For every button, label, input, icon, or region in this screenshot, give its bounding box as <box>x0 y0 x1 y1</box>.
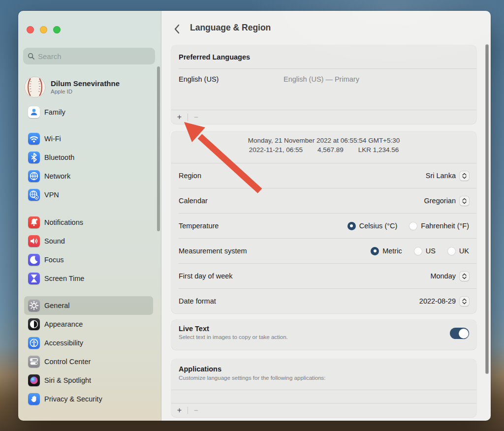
sidebar-item-appearance[interactable]: Appearance <box>24 315 153 334</box>
content-scrollbar[interactable] <box>485 44 489 374</box>
radio-us[interactable] <box>414 247 422 255</box>
appearance-contrast-icon <box>28 318 40 330</box>
measurement-label: Measurement system <box>179 247 247 255</box>
siri-icon <box>28 374 40 386</box>
network-globe-icon <box>28 170 40 182</box>
calendar-row: Calendar Gregorian <box>171 188 476 213</box>
preferred-languages-title: Preferred Languages <box>179 53 250 61</box>
sidebar-item-siri-spotlight[interactable]: Siri & Spotlight <box>24 371 153 390</box>
remove-application-button[interactable]: − <box>188 403 204 417</box>
radio-celsius[interactable] <box>347 222 356 230</box>
temperature-option-celsius[interactable]: Celsius (°C) <box>347 222 398 230</box>
sidebar-item-label: Notifications <box>44 218 83 226</box>
date-format-value: 2022-08-29 <box>419 297 456 305</box>
sidebar-item-family[interactable]: Family <box>24 103 153 122</box>
sidebar-item-apple-id[interactable]: Dilum Senevirathne Apple ID <box>24 75 155 99</box>
sidebar-item-privacy-security[interactable]: Privacy & Security <box>24 390 153 408</box>
add-language-button[interactable]: + <box>171 110 188 124</box>
sidebar-item-label: Wi-Fi <box>44 135 61 143</box>
sidebar-item-label: Control Center <box>44 358 91 366</box>
search-input[interactable]: Search <box>23 48 155 64</box>
sound-speaker-icon <box>28 235 40 247</box>
add-application-button[interactable]: + <box>171 403 188 417</box>
preferred-languages-toolbar: + − <box>171 110 476 124</box>
sidebar-item-label: Screen Time <box>44 275 84 282</box>
avatar <box>24 76 46 98</box>
close-window-button[interactable] <box>27 26 34 33</box>
sidebar-item-label: Sound <box>44 237 65 245</box>
family-icon <box>28 106 40 118</box>
format-preview: Monday, 21 November 2022 at 06:55:54 GMT… <box>171 131 476 163</box>
format-preview-short-date: 2022-11-21, 06:55 <box>249 146 303 154</box>
sidebar-item-vpn[interactable]: VPN <box>24 185 153 204</box>
region-row: Region Sri Lanka <box>171 163 476 188</box>
measurement-option-metric[interactable]: Metric <box>371 247 402 255</box>
sidebar-item-control-center[interactable]: Control Center <box>24 352 153 371</box>
first-day-label: First day of week <box>179 272 233 280</box>
temperature-label: Temperature <box>179 222 219 230</box>
measurement-option-us[interactable]: US <box>414 247 436 255</box>
sidebar-item-label: Bluetooth <box>44 154 74 161</box>
sidebar-item-label: Focus <box>44 256 64 264</box>
sidebar: Search Dilum Senevirathne Apple ID <box>18 11 161 421</box>
radio-fahrenheit[interactable] <box>409 222 417 230</box>
apple-id-name: Dilum Senevirathne <box>51 79 120 88</box>
live-text-title: Live Text <box>179 325 476 333</box>
sidebar-item-label: General <box>44 302 70 309</box>
sidebar-item-label: Accessibility <box>44 339 83 347</box>
sidebar-item-network[interactable]: Network <box>24 167 153 185</box>
chevron-left-icon <box>174 24 180 34</box>
sidebar-item-wifi[interactable]: Wi-Fi <box>24 129 153 148</box>
sidebar-item-accessibility[interactable]: Accessibility <box>24 334 153 352</box>
applications-description: Customize language settings for the foll… <box>179 375 469 381</box>
region-stepper[interactable] <box>460 171 469 181</box>
general-gear-icon <box>28 300 40 311</box>
language-name: English (US) <box>179 75 284 83</box>
radio-metric[interactable] <box>371 247 379 255</box>
temperature-option-fahrenheit[interactable]: Fahrenheit (°F) <box>409 222 469 230</box>
back-button[interactable] <box>171 23 182 35</box>
live-text-toggle[interactable] <box>450 328 469 339</box>
system-settings-window: Search Dilum Senevirathne Apple ID <box>18 11 491 421</box>
applications-title: Applications <box>179 365 469 373</box>
sidebar-item-bluetooth[interactable]: Bluetooth <box>24 148 153 167</box>
first-day-stepper[interactable] <box>460 272 469 281</box>
measurement-option-uk[interactable]: UK <box>447 247 469 255</box>
sidebar-item-sound[interactable]: Sound <box>24 232 153 250</box>
date-format-stepper[interactable] <box>460 297 469 306</box>
content-pane: Language & Region Preferred Languages En… <box>161 11 491 421</box>
page-title: Language & Region <box>190 23 271 33</box>
zoom-window-button[interactable] <box>53 26 61 33</box>
first-day-value: Monday <box>430 272 456 280</box>
live-text-card: Live Text Select text in images to copy … <box>171 320 476 350</box>
live-text-description: Select text in images to copy or take ac… <box>179 334 476 340</box>
remove-language-button[interactable]: − <box>188 110 204 124</box>
language-detail: English (US) — Primary <box>284 75 359 83</box>
sidebar-item-screen-time[interactable]: Screen Time <box>24 269 153 288</box>
first-day-row: First day of week Monday <box>171 264 476 288</box>
measurement-row: Measurement system Metric US UK <box>171 239 476 263</box>
temperature-row: Temperature Celsius (°C) Fahrenheit (°F) <box>171 214 476 238</box>
region-value: Sri Lanka <box>426 172 456 180</box>
minimize-window-button[interactable] <box>40 26 47 33</box>
applications-toolbar: + − <box>171 403 476 417</box>
sidebar-item-focus[interactable]: Focus <box>24 250 153 269</box>
sidebar-item-label: Family <box>44 108 65 116</box>
sidebar-scrollbar[interactable] <box>157 66 160 231</box>
notifications-bell-icon <box>28 216 40 228</box>
search-icon <box>28 53 35 60</box>
format-preview-number: 4,567.89 <box>317 146 344 154</box>
accessibility-icon <box>28 337 40 349</box>
sidebar-item-label: Privacy & Security <box>44 395 102 403</box>
calendar-stepper[interactable] <box>460 196 469 206</box>
bluetooth-icon <box>28 152 40 163</box>
sidebar-item-label: Siri & Spotlight <box>44 376 91 384</box>
applications-card: Applications Customize language settings… <box>171 359 476 417</box>
sidebar-item-general[interactable]: General <box>24 296 153 315</box>
screen-time-hourglass-icon <box>28 273 40 284</box>
sidebar-item-notifications[interactable]: Notifications <box>24 213 153 232</box>
radio-uk[interactable] <box>447 247 456 255</box>
calendar-label: Calendar <box>179 197 208 205</box>
sidebar-item-label: Appearance <box>44 320 83 328</box>
language-row-english-us[interactable]: English (US) English (US) — Primary <box>171 69 476 90</box>
